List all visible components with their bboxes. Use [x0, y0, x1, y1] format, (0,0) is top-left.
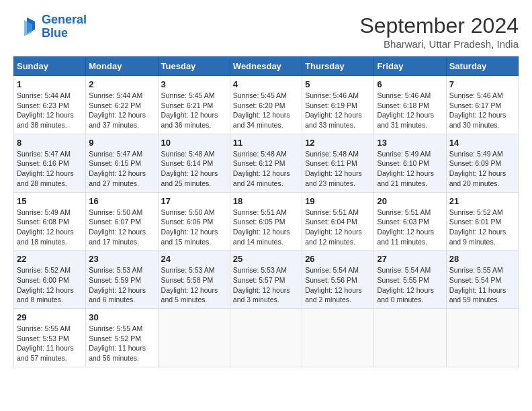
day-number: 22 — [17, 254, 83, 264]
calendar-week-row: 1Sunrise: 5:44 AM Sunset: 6:23 PM Daylig… — [14, 76, 519, 134]
logo-line2: Blue — [42, 26, 68, 40]
weekday-header: Saturday — [446, 57, 518, 76]
calendar-cell: 18Sunrise: 5:51 AM Sunset: 6:05 PM Dayli… — [230, 192, 302, 250]
calendar-cell: 4Sunrise: 5:45 AM Sunset: 6:20 PM Daylig… — [230, 76, 302, 134]
day-detail: Sunrise: 5:53 AM Sunset: 5:57 PM Dayligh… — [233, 265, 299, 305]
logo-text: General Blue — [42, 13, 87, 40]
logo-line1: General — [42, 13, 87, 26]
day-detail: Sunrise: 5:50 AM Sunset: 6:07 PM Dayligh… — [89, 208, 154, 247]
calendar-cell: 27Sunrise: 5:54 AM Sunset: 5:55 PM Dayli… — [374, 250, 446, 309]
calendar-cell: 30Sunrise: 5:55 AM Sunset: 5:52 PM Dayli… — [86, 309, 158, 367]
calendar-cell: 15Sunrise: 5:49 AM Sunset: 6:08 PM Dayli… — [14, 192, 86, 250]
calendar-cell: 6Sunrise: 5:46 AM Sunset: 6:18 PM Daylig… — [374, 76, 446, 134]
day-number: 23 — [89, 254, 154, 264]
day-detail: Sunrise: 5:52 AM Sunset: 6:01 PM Dayligh… — [449, 208, 515, 247]
page-title: September 2024 — [359, 13, 519, 38]
day-detail: Sunrise: 5:53 AM Sunset: 5:59 PM Dayligh… — [89, 265, 154, 305]
day-detail: Sunrise: 5:45 AM Sunset: 6:21 PM Dayligh… — [161, 91, 227, 130]
day-detail: Sunrise: 5:46 AM Sunset: 6:17 PM Dayligh… — [449, 91, 515, 130]
day-number: 11 — [233, 138, 299, 148]
calendar-cell: 25Sunrise: 5:53 AM Sunset: 5:57 PM Dayli… — [230, 250, 302, 309]
day-detail: Sunrise: 5:45 AM Sunset: 6:20 PM Dayligh… — [233, 91, 299, 130]
calendar-cell: 7Sunrise: 5:46 AM Sunset: 6:17 PM Daylig… — [446, 76, 518, 134]
day-detail: Sunrise: 5:55 AM Sunset: 5:54 PM Dayligh… — [449, 265, 515, 305]
calendar-header: SundayMondayTuesdayWednesdayThursdayFrid… — [14, 57, 519, 76]
calendar-cell: 24Sunrise: 5:53 AM Sunset: 5:58 PM Dayli… — [158, 250, 230, 309]
day-number: 27 — [377, 254, 443, 264]
calendar-cell: 8Sunrise: 5:47 AM Sunset: 6:16 PM Daylig… — [14, 134, 86, 192]
calendar-cell: 26Sunrise: 5:54 AM Sunset: 5:56 PM Dayli… — [302, 250, 374, 309]
calendar-cell: 29Sunrise: 5:55 AM Sunset: 5:53 PM Dayli… — [14, 309, 86, 367]
day-detail: Sunrise: 5:44 AM Sunset: 6:22 PM Dayligh… — [89, 91, 154, 130]
day-detail: Sunrise: 5:49 AM Sunset: 6:08 PM Dayligh… — [17, 208, 83, 247]
weekday-header: Sunday — [14, 57, 86, 76]
calendar-cell: 5Sunrise: 5:46 AM Sunset: 6:19 PM Daylig… — [302, 76, 374, 134]
logo-icon — [13, 15, 38, 39]
calendar-cell: 2Sunrise: 5:44 AM Sunset: 6:22 PM Daylig… — [86, 76, 158, 134]
calendar-cell: 3Sunrise: 5:45 AM Sunset: 6:21 PM Daylig… — [158, 76, 230, 134]
calendar-cell: 28Sunrise: 5:55 AM Sunset: 5:54 PM Dayli… — [446, 250, 518, 309]
day-detail: Sunrise: 5:50 AM Sunset: 6:06 PM Dayligh… — [161, 208, 227, 247]
calendar-cell: 13Sunrise: 5:49 AM Sunset: 6:10 PM Dayli… — [374, 134, 446, 192]
day-number: 9 — [89, 138, 154, 148]
day-detail: Sunrise: 5:49 AM Sunset: 6:09 PM Dayligh… — [449, 149, 515, 189]
day-number: 28 — [449, 254, 515, 264]
calendar-week-row: 22Sunrise: 5:52 AM Sunset: 6:00 PM Dayli… — [14, 250, 519, 309]
day-detail: Sunrise: 5:52 AM Sunset: 6:00 PM Dayligh… — [17, 265, 83, 305]
day-number: 15 — [17, 196, 83, 206]
day-detail: Sunrise: 5:49 AM Sunset: 6:10 PM Dayligh… — [377, 149, 443, 189]
weekday-header: Thursday — [302, 57, 374, 76]
day-detail: Sunrise: 5:53 AM Sunset: 5:58 PM Dayligh… — [161, 265, 227, 305]
day-detail: Sunrise: 5:54 AM Sunset: 5:56 PM Dayligh… — [305, 265, 371, 305]
day-number: 26 — [305, 254, 371, 264]
calendar-header-row: SundayMondayTuesdayWednesdayThursdayFrid… — [14, 57, 519, 76]
weekday-header: Monday — [86, 57, 158, 76]
calendar-cell: 1Sunrise: 5:44 AM Sunset: 6:23 PM Daylig… — [14, 76, 86, 134]
day-number: 25 — [233, 254, 299, 264]
title-area: September 2024 Bharwari, Uttar Pradesh, … — [359, 13, 519, 50]
day-number: 29 — [17, 312, 83, 322]
calendar-cell: 17Sunrise: 5:50 AM Sunset: 6:06 PM Dayli… — [158, 192, 230, 250]
calendar-cell: 22Sunrise: 5:52 AM Sunset: 6:00 PM Dayli… — [14, 250, 86, 309]
day-number: 8 — [17, 138, 83, 148]
day-number: 21 — [449, 196, 515, 206]
day-number: 30 — [89, 312, 154, 322]
day-number: 2 — [89, 79, 154, 89]
logo: General Blue — [13, 13, 87, 40]
calendar-cell: 9Sunrise: 5:47 AM Sunset: 6:15 PM Daylig… — [86, 134, 158, 192]
day-detail: Sunrise: 5:46 AM Sunset: 6:18 PM Dayligh… — [377, 91, 443, 130]
day-number: 4 — [233, 79, 299, 89]
calendar-week-row: 15Sunrise: 5:49 AM Sunset: 6:08 PM Dayli… — [14, 192, 519, 250]
weekday-header: Wednesday — [230, 57, 302, 76]
calendar-cell — [302, 309, 374, 367]
calendar-cell — [446, 309, 518, 367]
day-number: 3 — [161, 79, 227, 89]
day-number: 20 — [377, 196, 443, 206]
day-number: 12 — [305, 138, 371, 148]
day-number: 24 — [161, 254, 227, 264]
calendar-cell: 19Sunrise: 5:51 AM Sunset: 6:04 PM Dayli… — [302, 192, 374, 250]
calendar-cell: 16Sunrise: 5:50 AM Sunset: 6:07 PM Dayli… — [86, 192, 158, 250]
day-number: 19 — [305, 196, 371, 206]
day-detail: Sunrise: 5:47 AM Sunset: 6:15 PM Dayligh… — [89, 149, 154, 189]
calendar-cell — [158, 309, 230, 367]
calendar-cell: 10Sunrise: 5:48 AM Sunset: 6:14 PM Dayli… — [158, 134, 230, 192]
day-number: 18 — [233, 196, 299, 206]
page-subtitle: Bharwari, Uttar Pradesh, India — [359, 38, 519, 50]
calendar-cell: 20Sunrise: 5:51 AM Sunset: 6:03 PM Dayli… — [374, 192, 446, 250]
weekday-header: Tuesday — [158, 57, 230, 76]
day-detail: Sunrise: 5:48 AM Sunset: 6:12 PM Dayligh… — [233, 149, 299, 189]
calendar-cell: 12Sunrise: 5:48 AM Sunset: 6:11 PM Dayli… — [302, 134, 374, 192]
day-number: 14 — [449, 138, 515, 148]
day-number: 13 — [377, 138, 443, 148]
day-detail: Sunrise: 5:54 AM Sunset: 5:55 PM Dayligh… — [377, 265, 443, 305]
calendar-week-row: 8Sunrise: 5:47 AM Sunset: 6:16 PM Daylig… — [14, 134, 519, 192]
day-detail: Sunrise: 5:55 AM Sunset: 5:52 PM Dayligh… — [89, 324, 154, 363]
day-detail: Sunrise: 5:51 AM Sunset: 6:05 PM Dayligh… — [233, 208, 299, 247]
calendar-cell: 23Sunrise: 5:53 AM Sunset: 5:59 PM Dayli… — [86, 250, 158, 309]
day-detail: Sunrise: 5:51 AM Sunset: 6:04 PM Dayligh… — [305, 208, 371, 247]
day-number: 5 — [305, 79, 371, 89]
day-number: 6 — [377, 79, 443, 89]
day-detail: Sunrise: 5:48 AM Sunset: 6:14 PM Dayligh… — [161, 149, 227, 189]
calendar-cell: 11Sunrise: 5:48 AM Sunset: 6:12 PM Dayli… — [230, 134, 302, 192]
